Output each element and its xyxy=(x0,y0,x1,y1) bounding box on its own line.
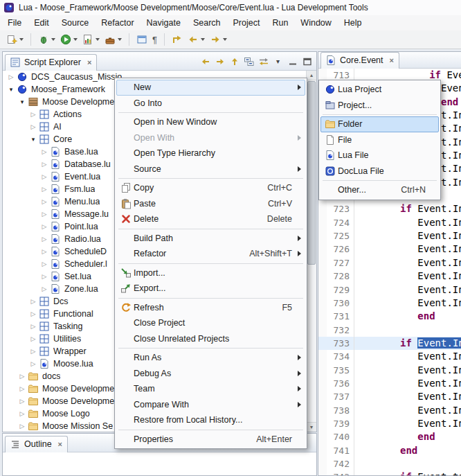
code-line[interactable]: 740 end xyxy=(318,430,461,443)
tab-core-event[interactable]: Core.Event × xyxy=(320,52,399,69)
code-line[interactable]: 735 Event.IniDCSUnitName xyxy=(318,364,461,377)
code-line[interactable]: 734 Event.IniUnit xyxy=(318,350,461,363)
line-number[interactable]: 723 xyxy=(327,202,354,215)
context-menu-item-compare-with[interactable]: Compare With xyxy=(116,397,305,413)
twisty-collapsed-icon[interactable]: ▷ xyxy=(28,360,39,367)
line-number[interactable]: 733 xyxy=(327,337,354,350)
code-line[interactable]: 724 Event.IniUnit xyxy=(318,216,461,229)
forward-button[interactable] xyxy=(208,32,229,47)
code-line[interactable]: 729 Event.IniPlayerName xyxy=(318,283,461,297)
twisty-collapsed-icon[interactable]: ▷ xyxy=(39,161,50,168)
context-menu-item-open-type-hierarchy[interactable]: Open Type Hierarchy xyxy=(116,146,305,161)
dropdown-caret-icon[interactable] xyxy=(73,38,78,41)
dropdown-caret-icon[interactable] xyxy=(118,38,122,41)
line-number[interactable]: 741 xyxy=(327,444,354,457)
code-line[interactable]: 730 Event.IniCoalition xyxy=(318,297,461,310)
line-number[interactable]: 727 xyxy=(327,256,354,270)
line-number[interactable]: 739 xyxy=(327,417,354,430)
line-number[interactable]: 724 xyxy=(327,216,354,229)
menubar-item-navigate[interactable]: Navigate xyxy=(141,16,187,30)
line-number[interactable]: 732 xyxy=(327,324,354,337)
context-menu-item-close-unrelated-projects[interactable]: Close Unrelated Projects xyxy=(116,331,305,347)
line-number[interactable]: 726 xyxy=(327,243,354,256)
link-with-editor-button[interactable] xyxy=(257,55,270,68)
twisty-collapsed-icon[interactable]: ▷ xyxy=(6,73,17,80)
code-line[interactable]: 738 Event.IniDCSGroupName xyxy=(318,404,461,417)
twisty-collapsed-icon[interactable]: ▷ xyxy=(17,410,28,417)
new-submenu-item-project[interactable]: Project... xyxy=(320,98,439,114)
line-number[interactable]: 734 xyxy=(327,350,354,363)
twisty-collapsed-icon[interactable]: ▷ xyxy=(28,348,39,355)
new-submenu-item-file[interactable]: File xyxy=(320,132,439,148)
line-number[interactable]: 738 xyxy=(327,404,354,417)
collapse-all-button[interactable] xyxy=(242,55,255,68)
tab-outline[interactable]: Outline × xyxy=(5,436,68,452)
twisty-collapsed-icon[interactable]: ▷ xyxy=(39,223,50,230)
debug-button[interactable] xyxy=(36,32,57,47)
dropdown-caret-icon[interactable] xyxy=(96,38,100,41)
code-line[interactable]: 736 Event.IniUnitName xyxy=(318,377,461,390)
twisty-collapsed-icon[interactable]: ▷ xyxy=(39,173,50,180)
code-line[interactable]: 727 Event.IniDCSGroup xyxy=(318,256,461,270)
view-menu-button[interactable]: ▾ xyxy=(271,55,284,68)
menubar-item-edit[interactable]: Edit xyxy=(28,16,55,30)
context-menu-item-properties[interactable]: PropertiesAlt+Enter xyxy=(116,432,305,448)
close-icon[interactable]: × xyxy=(87,59,91,67)
external-tools-button[interactable] xyxy=(102,32,124,47)
code-line[interactable]: 743 if Event.target then xyxy=(318,470,461,475)
context-menu-item-team[interactable]: Team xyxy=(116,381,305,397)
twisty-collapsed-icon[interactable]: ▷ xyxy=(17,398,28,405)
vertical-scrollbar[interactable]: ▴ ▾ xyxy=(306,71,316,432)
new-wizard-button[interactable] xyxy=(4,32,26,47)
back-button[interactable] xyxy=(186,32,207,47)
close-icon[interactable]: × xyxy=(58,441,62,448)
twisty-collapsed-icon[interactable]: ▷ xyxy=(39,186,50,193)
code-line[interactable]: 741 end xyxy=(318,444,461,457)
twisty-collapsed-icon[interactable]: ▷ xyxy=(28,298,39,305)
new-submenu-item-folder[interactable]: Folder xyxy=(320,116,439,132)
context-menu-item-debug-as[interactable]: Debug As xyxy=(116,366,305,382)
twisty-collapsed-icon[interactable]: ▷ xyxy=(17,373,28,380)
twisty-expanded-icon[interactable]: ▾ xyxy=(6,86,17,93)
dropdown-caret-icon[interactable] xyxy=(51,38,55,41)
new-submenu-item-other[interactable]: Other...Ctrl+N xyxy=(320,182,439,198)
menubar-item-file[interactable]: File xyxy=(1,16,28,30)
open-resource-button[interactable] xyxy=(134,32,150,47)
line-number[interactable]: 730 xyxy=(327,297,354,310)
maximize-button[interactable] xyxy=(300,55,314,68)
context-menu-item-export[interactable]: Export... xyxy=(116,281,305,297)
dropdown-caret-icon[interactable] xyxy=(223,38,227,41)
context-menu-item-import[interactable]: Import... xyxy=(116,265,305,281)
line-number[interactable]: 740 xyxy=(327,430,354,443)
context-menu-item-source[interactable]: Source xyxy=(116,161,305,177)
dropdown-caret-icon[interactable] xyxy=(19,38,24,41)
scroll-down-button[interactable]: ▾ xyxy=(307,422,316,432)
twisty-collapsed-icon[interactable]: ▷ xyxy=(39,248,50,255)
code-line[interactable]: 728 Event.IniDCSGroupName xyxy=(318,270,461,283)
menubar-item-help[interactable]: Help xyxy=(338,16,368,30)
line-number[interactable]: 725 xyxy=(327,229,354,243)
twisty-collapsed-icon[interactable]: ▷ xyxy=(28,111,39,118)
code-line[interactable]: 737 Event.IniDCSGroup xyxy=(318,390,461,403)
twisty-collapsed-icon[interactable]: ▷ xyxy=(28,123,39,130)
line-number[interactable]: 728 xyxy=(327,270,354,283)
context-menu-item-run-as[interactable]: Run As xyxy=(116,350,305,366)
back-history-button[interactable] xyxy=(199,55,212,68)
line-number[interactable]: 729 xyxy=(327,283,354,297)
line-number[interactable]: 737 xyxy=(327,390,354,403)
menubar-item-refactor[interactable]: Refactor xyxy=(95,16,140,30)
code-line[interactable]: 723 if Event.IniDCSUnit then xyxy=(318,202,461,215)
line-number[interactable]: 742 xyxy=(327,457,354,470)
code-line[interactable]: 742 xyxy=(318,457,461,470)
twisty-collapsed-icon[interactable]: ▷ xyxy=(28,310,39,317)
menubar-item-search[interactable]: Search xyxy=(187,16,227,30)
twisty-collapsed-icon[interactable]: ▷ xyxy=(39,273,50,280)
scroll-up-button[interactable]: ▴ xyxy=(307,71,316,80)
show-whitespace-button[interactable]: ¶ xyxy=(150,32,159,47)
context-menu-item-restore-from-local-history[interactable]: Restore from Local History... xyxy=(116,412,305,428)
code-line[interactable]: 733 if Event.IniDCSUnit then xyxy=(318,337,461,350)
code-line[interactable]: 725 Event.IniDCSUnitName xyxy=(318,229,461,243)
twisty-collapsed-icon[interactable]: ▷ xyxy=(39,148,50,155)
dropdown-caret-icon[interactable] xyxy=(201,38,205,41)
up-button[interactable] xyxy=(228,55,241,68)
